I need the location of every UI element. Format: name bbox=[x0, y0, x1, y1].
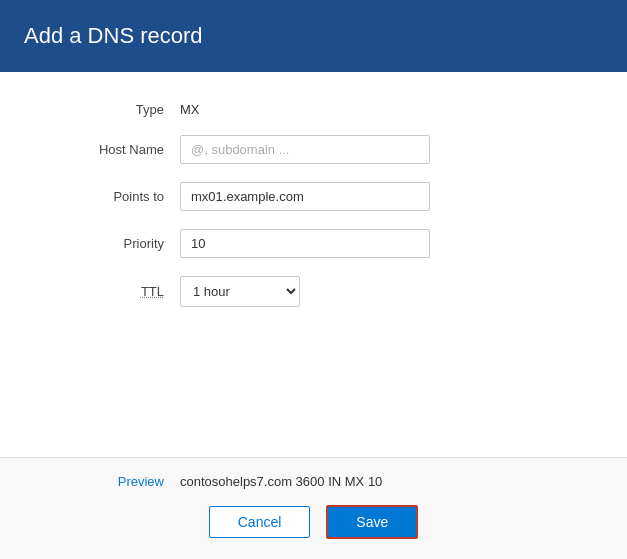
priority-label: Priority bbox=[60, 236, 180, 251]
hostname-row: Host Name bbox=[60, 135, 567, 164]
preview-value: contosohelps7.com 3600 IN MX 10 bbox=[180, 474, 382, 489]
preview-label: Preview bbox=[60, 474, 180, 489]
hostname-label: Host Name bbox=[60, 142, 180, 157]
priority-row: Priority bbox=[60, 229, 567, 258]
points-to-label: Points to bbox=[60, 189, 180, 204]
type-value: MX bbox=[180, 102, 200, 117]
preview-row: Preview contosohelps7.com 3600 IN MX 10 bbox=[60, 474, 567, 489]
form-area: Type MX Host Name Points to Priority TTL bbox=[0, 72, 627, 457]
main-content: Type MX Host Name Points to Priority TTL bbox=[0, 72, 627, 559]
ttl-select[interactable]: 1 hour 30 minutes 1 day Custom bbox=[180, 276, 300, 307]
ttl-row: TTL 1 hour 30 minutes 1 day Custom bbox=[60, 276, 567, 307]
button-row: Cancel Save bbox=[60, 505, 567, 539]
header: Add a DNS record bbox=[0, 0, 627, 72]
ttl-label: TTL bbox=[60, 284, 180, 299]
priority-input[interactable] bbox=[180, 229, 430, 258]
points-to-row: Points to bbox=[60, 182, 567, 211]
save-button[interactable]: Save bbox=[326, 505, 418, 539]
page-title: Add a DNS record bbox=[24, 23, 203, 49]
type-row: Type MX bbox=[60, 102, 567, 117]
points-to-input[interactable] bbox=[180, 182, 430, 211]
footer-area: Preview contosohelps7.com 3600 IN MX 10 … bbox=[0, 457, 627, 559]
type-label: Type bbox=[60, 102, 180, 117]
cancel-button[interactable]: Cancel bbox=[209, 506, 311, 538]
hostname-input[interactable] bbox=[180, 135, 430, 164]
page-container: Add a DNS record Type MX Host Name Point… bbox=[0, 0, 627, 559]
